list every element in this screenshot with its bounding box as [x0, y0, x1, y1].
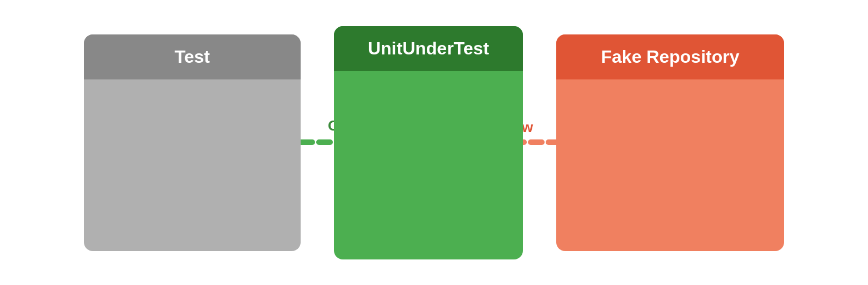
unit-box: UnitUnderTest: [334, 26, 523, 259]
diagram: Output Flow Test UnitUnderTest Fake Repo…: [0, 0, 868, 285]
test-box-header: Test: [84, 34, 301, 79]
fake-box: Fake Repository: [556, 34, 784, 251]
test-box: Test: [84, 34, 301, 251]
unit-box-header: UnitUnderTest: [334, 26, 523, 71]
fake-box-header: Fake Repository: [556, 34, 784, 79]
